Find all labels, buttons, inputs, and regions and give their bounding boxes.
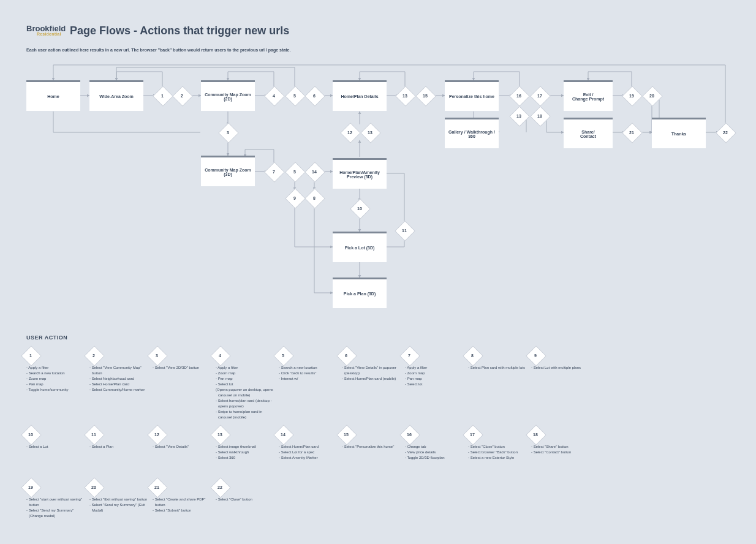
decision-11: 11: [398, 224, 411, 237]
legend-d22: 22: [213, 480, 227, 494]
legend-d13: 13: [213, 428, 227, 441]
action-list-5: - Search a new location- Click "back to …: [279, 365, 337, 382]
page-title: Page Flows - Actions that trigger new ur…: [70, 25, 289, 37]
action-list-18: - Select "Share" button- Select "Contact…: [531, 444, 589, 455]
node-home-plan-amenity-preview: Home/Plan/Amenity Preview (3D): [333, 158, 387, 189]
legend-d17: 17: [466, 428, 479, 441]
node-pick-a-lot: Pick a Lot (3D): [333, 232, 387, 262]
action-list-9: - Select Lot with multiple plans: [531, 365, 589, 371]
legend-d20: 20: [87, 480, 100, 494]
legend-d2: 2: [87, 349, 100, 362]
node-community-map-3d: Community Map Zoom (3D): [201, 156, 255, 186]
legend-d9: 9: [529, 349, 542, 362]
node-community-map-2d: Community Map Zoom (2D): [201, 80, 255, 111]
decision-20: 20: [645, 89, 659, 102]
action-list-1: - Apply a filter- Search a new location-…: [26, 365, 85, 393]
decision-9: 9: [288, 191, 301, 205]
action-list-17: - Select "Close" button- Select browser …: [468, 444, 526, 461]
decision-15: 15: [418, 89, 432, 102]
legend-d11: 11: [87, 428, 100, 441]
page-subtitle: Each user action outlined here results i…: [26, 48, 290, 52]
legend-d7: 7: [403, 349, 416, 362]
legend-d16: 16: [403, 428, 416, 441]
decision-3: 3: [221, 126, 235, 139]
action-list-11: - Select a Plan: [89, 444, 148, 450]
decision-16: 16: [512, 89, 526, 102]
legend-d10: 10: [24, 428, 37, 441]
action-list-14: - Select Home/Plan card- Select Lot for …: [279, 444, 337, 461]
action-list-21: - Select "Create and share PDF" button- …: [153, 497, 211, 513]
node-pick-a-plan: Pick a Plan (3D): [333, 278, 387, 308]
decision-14: 14: [308, 165, 321, 178]
legend-d19: 19: [24, 480, 37, 494]
section-user-action: USER ACTION: [26, 334, 67, 341]
legend-d3: 3: [150, 349, 164, 362]
decision-21: 21: [625, 126, 638, 139]
decision-1: 1: [156, 89, 169, 102]
action-list-10: - Select a Lot: [26, 444, 85, 450]
node-thanks: Thanks: [652, 118, 706, 148]
decision-5: 5: [288, 89, 301, 102]
node-home: Home: [26, 80, 80, 111]
action-list-7: - Apply a filter- Zoom map- Pan map- Sel…: [405, 365, 463, 387]
action-list-16: - Change tab- View price details- Toggle…: [405, 444, 463, 461]
decision-4: 4: [267, 89, 281, 102]
decision-12: 12: [343, 126, 357, 139]
decision-17: 17: [533, 89, 546, 102]
node-exit-change-prompt: Exit / Change Prompt: [564, 80, 613, 111]
action-list-22: - Select "Close" button: [216, 497, 274, 502]
action-list-13: - Select image thumbnail- Select walkthr…: [216, 444, 274, 461]
action-list-15: - Select "Personalize this home": [342, 444, 400, 450]
node-wide-area-zoom: Wide-Area Zoom: [89, 80, 143, 111]
decision-13b: 13: [363, 126, 377, 139]
node-gallery: Gallery / Walkthrough / 360: [445, 118, 499, 148]
legend-d15: 15: [339, 428, 353, 441]
node-home-plan-details: Home/Plan Details: [333, 80, 387, 111]
decision-8: 8: [308, 191, 321, 205]
action-list-6: - Select "View Details" in popover (desk…: [342, 365, 400, 382]
legend-d12: 12: [150, 428, 164, 441]
action-list-2: - Select "View Community Map" button- Se…: [89, 365, 148, 393]
decision-13-lower: 13: [512, 109, 526, 123]
decision-18: 18: [533, 109, 546, 123]
legend-d18: 18: [529, 428, 542, 441]
legend-d5: 5: [276, 349, 290, 362]
decision-13-top: 13: [398, 89, 412, 102]
action-list-19: - Select "start over without saving" but…: [26, 497, 85, 519]
legend-d6: 6: [339, 349, 353, 362]
action-list-3: - Select "View 2D/3D" button: [153, 365, 211, 371]
action-list-4: - Apply a filter- Zoom map- Pan map- Sel…: [216, 365, 274, 420]
decision-19: 19: [625, 89, 638, 102]
legend-d1: 1: [24, 349, 37, 362]
legend-d14: 14: [276, 428, 290, 441]
decision-22: 22: [719, 126, 732, 139]
decision-6: 6: [308, 89, 321, 102]
node-personalize: Personalize this home: [445, 80, 499, 111]
action-list-20: - Select "Exit without saving" button- S…: [89, 497, 148, 513]
legend-d21: 21: [150, 480, 164, 494]
decision-2: 2: [175, 89, 189, 102]
decision-7: 7: [267, 165, 281, 178]
decision-10: 10: [353, 202, 366, 215]
action-list-8: - Select Plan card with multiple lots: [468, 365, 526, 371]
action-list-12: - Select "View Details": [153, 444, 211, 450]
decision-5b: 5: [288, 165, 301, 178]
node-share-contact: Share/ Contact: [564, 118, 613, 148]
brand-sub: Residential: [37, 32, 61, 36]
legend-d4: 4: [213, 349, 227, 362]
legend-d8: 8: [466, 349, 479, 362]
